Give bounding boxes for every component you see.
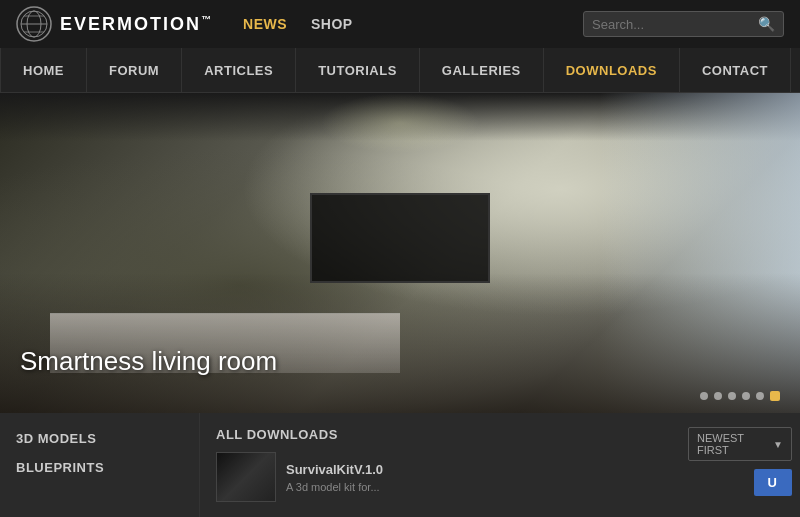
- tv-screen: [310, 193, 490, 283]
- hero-caption: Smartness living room: [20, 346, 277, 377]
- logo[interactable]: EVERMOTION™: [16, 6, 213, 42]
- top-navigation: NEWS SHOP: [243, 16, 353, 32]
- nav-galleries[interactable]: GALLERIES: [420, 48, 544, 92]
- action-button[interactable]: U: [754, 469, 792, 496]
- chevron-down-icon: ▼: [773, 439, 783, 450]
- dot-5[interactable]: [756, 392, 764, 400]
- bottom-section: 3D MODELS BLUEPRINTS ALL DOWNLOADS Survi…: [0, 413, 800, 517]
- sidebar-3d-models[interactable]: 3D MODELS: [16, 427, 183, 450]
- dot-1[interactable]: [700, 392, 708, 400]
- download-item: SurvivalKitV.1.0 A 3d model kit for...: [216, 452, 664, 502]
- dot-6[interactable]: [770, 391, 780, 401]
- nav-tutorials[interactable]: TUTORIALS: [296, 48, 420, 92]
- nav-contact[interactable]: CONTACT: [680, 48, 791, 92]
- logo-text: EVERMOTION™: [60, 14, 213, 35]
- section-title: ALL DOWNLOADS: [216, 427, 664, 442]
- dot-3[interactable]: [728, 392, 736, 400]
- sort-button[interactable]: NEWEST FIRST ▼: [688, 427, 792, 461]
- nav-home[interactable]: HOME: [0, 48, 87, 92]
- nav-articles[interactable]: ARTICLES: [182, 48, 296, 92]
- search-icon[interactable]: 🔍: [758, 16, 775, 32]
- download-name[interactable]: SurvivalKitV.1.0: [286, 462, 383, 477]
- nav-downloads[interactable]: DOWNLOADS: [544, 48, 680, 92]
- search-area: 🔍: [583, 11, 784, 37]
- logo-icon: [16, 6, 52, 42]
- main-content: ALL DOWNLOADS SurvivalKitV.1.0 A 3d mode…: [200, 413, 680, 517]
- dot-4[interactable]: [742, 392, 750, 400]
- top-header: EVERMOTION™ NEWS SHOP 🔍: [0, 0, 800, 48]
- dot-2[interactable]: [714, 392, 722, 400]
- search-input[interactable]: [592, 17, 752, 32]
- right-section: NEWEST FIRST ▼ U: [680, 413, 800, 517]
- sidebar-blueprints[interactable]: BLUEPRINTS: [16, 456, 183, 479]
- ceiling-light: [320, 93, 480, 153]
- hero-slider: Smartness living room: [0, 93, 800, 413]
- hero-dots: [700, 391, 780, 401]
- top-nav-shop[interactable]: SHOP: [311, 16, 353, 32]
- download-thumbnail[interactable]: [216, 452, 276, 502]
- main-navigation: HOME FORUM ARTICLES TUTORIALS GALLERIES …: [0, 48, 800, 93]
- sort-label: NEWEST FIRST: [697, 432, 769, 456]
- top-nav-news[interactable]: NEWS: [243, 16, 287, 32]
- download-desc: A 3d model kit for...: [286, 481, 383, 493]
- download-info: SurvivalKitV.1.0 A 3d model kit for...: [286, 462, 383, 493]
- left-sidebar: 3D MODELS BLUEPRINTS: [0, 413, 200, 517]
- nav-forum[interactable]: FORUM: [87, 48, 182, 92]
